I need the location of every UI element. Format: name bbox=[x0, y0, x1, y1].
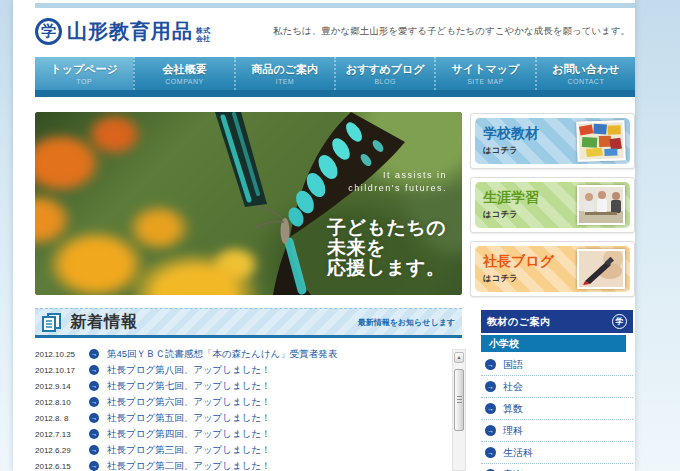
materials-menu: 教材のご案内 学 小学校 → 国語 → 社会 → 算数 → bbox=[481, 310, 633, 471]
news-item: 2012.10.25 → 第45回ＹＢＣ読書感想「本の森たんけん」受賞者発表 bbox=[35, 346, 447, 362]
circle-arrow-icon: → bbox=[89, 429, 99, 439]
news-link[interactable]: 社長ブログ第五回、アップしました！ bbox=[107, 412, 271, 425]
news-link[interactable]: 社長ブログ第三回、アップしました！ bbox=[107, 444, 271, 457]
menu-item-label: 国語 bbox=[503, 358, 523, 372]
circle-arrow-icon: → bbox=[89, 365, 99, 375]
news-link[interactable]: 第45回ＹＢＣ読書感想「本の森たんけん」受賞者発表 bbox=[107, 348, 337, 361]
banner-title: 生涯学習 bbox=[483, 189, 539, 207]
school-materials-photo bbox=[576, 120, 625, 162]
news-link[interactable]: 社長ブログ第二回、アップしました！ bbox=[107, 460, 271, 471]
nav-sublabel: ITEM bbox=[275, 78, 294, 85]
nav-label: トップページ bbox=[51, 62, 118, 77]
menu-item-social-studies[interactable]: → 社会 bbox=[481, 376, 633, 398]
news-list: 2012.10.25 → 第45回ＹＢＣ読書感想「本の森たんけん」受賞者発表 2… bbox=[35, 346, 447, 471]
banner-title: 社長ブログ bbox=[483, 253, 554, 271]
news-item: 2012.8.10 → 社長ブログ第六回、アップしました！ bbox=[35, 394, 447, 410]
subject-list: → 国語 → 社会 → 算数 → 理科 → 生活科 bbox=[481, 354, 633, 471]
nav-label: サイトマップ bbox=[452, 62, 520, 77]
menu-item-math[interactable]: → 算数 bbox=[481, 398, 633, 420]
nav-label: 会社概要 bbox=[162, 62, 206, 77]
hero-caption-jp: 子どもたちの 未来を 応援します。 bbox=[327, 218, 446, 278]
circle-arrow-icon: → bbox=[89, 397, 99, 407]
nav-item-contact[interactable]: お問い合わせ CONTACT bbox=[535, 57, 635, 90]
news-date: 2012.10.25 bbox=[35, 350, 89, 359]
banner-school-materials-body: 学校教材 はコチラ bbox=[475, 118, 630, 164]
menu-item-life-studies[interactable]: → 生活科 bbox=[481, 442, 633, 464]
page: 学 山形教育用品 株式 会社 私たちは、豊かな郷土山形を愛する子どもたちのすこや… bbox=[0, 0, 680, 471]
nav-item-blog[interactable]: おすすめブログ BLOG bbox=[334, 57, 434, 90]
nav-item-company[interactable]: 会社概要 COMPANY bbox=[133, 57, 233, 90]
news-date: 2012.8. 8 bbox=[35, 414, 89, 423]
banner-sublabel: はコチラ bbox=[483, 209, 518, 221]
news-scrollbar[interactable]: ▲ bbox=[452, 349, 466, 471]
news-latest-link[interactable]: 最新情報をお知らせします bbox=[358, 317, 455, 328]
menu-item-label: 算数 bbox=[503, 402, 523, 416]
circle-arrow-icon: → bbox=[485, 447, 496, 458]
news-date: 2012.7.13 bbox=[35, 430, 89, 439]
nav-sublabel: COMPANY bbox=[165, 78, 203, 85]
menu-logo-icon: 学 bbox=[612, 314, 627, 329]
circle-arrow-icon: → bbox=[89, 349, 99, 359]
menu-item-music[interactable]: → 音楽 bbox=[481, 464, 633, 471]
news-link[interactable]: 社長ブログ第八回、アップしました！ bbox=[107, 364, 271, 377]
hero-caption-jp-line1: 子どもたちの bbox=[327, 218, 446, 238]
side-banners: 学校教材 はコチラ bbox=[470, 113, 635, 297]
nav-label: おすすめブログ bbox=[346, 62, 425, 77]
president-blog-photo bbox=[577, 249, 625, 289]
circle-arrow-icon: → bbox=[485, 425, 496, 436]
menu-item-japanese[interactable]: → 国語 bbox=[481, 354, 633, 376]
banner-president-blog[interactable]: 社長ブログ はコチラ bbox=[470, 241, 635, 297]
news-link[interactable]: 社長ブログ第四回、アップしました！ bbox=[107, 428, 271, 441]
nav-sublabel: BLOG bbox=[374, 78, 395, 85]
hero-image: It assists in children's futures. 子どもたちの… bbox=[35, 112, 462, 295]
banner-president-blog-body: 社長ブログ はコチラ bbox=[475, 246, 630, 292]
main-nav: トップページ TOP 会社概要 COMPANY 商品のご案内 ITEM おすすめ… bbox=[35, 57, 635, 97]
nav-sublabel: SITE MAP bbox=[467, 78, 504, 85]
news-date: 2012.10.17 bbox=[35, 366, 89, 375]
scroll-up-button[interactable]: ▲ bbox=[454, 352, 464, 363]
company-name: 山形教育用品 bbox=[67, 18, 193, 45]
top-accent-bar bbox=[35, 3, 635, 8]
hero-caption-en: It assists in children's futures. bbox=[348, 169, 447, 195]
materials-menu-title: 教材のご案内 bbox=[487, 315, 550, 329]
hero-caption-jp-line2: 未来を bbox=[327, 238, 446, 258]
scroll-thumb[interactable] bbox=[454, 369, 464, 431]
news-link[interactable]: 社長ブログ第六回、アップしました！ bbox=[107, 396, 271, 409]
company-suffix: 株式 会社 bbox=[196, 19, 210, 43]
nav-item-top[interactable]: トップページ TOP bbox=[35, 57, 133, 90]
site-header: 学 山形教育用品 株式 会社 私たちは、豊かな郷土山形を愛する子どもたちのすこや… bbox=[35, 9, 635, 53]
company-logo-icon: 学 bbox=[35, 18, 62, 45]
news-link[interactable]: 社長ブログ第七回、アップしました！ bbox=[107, 380, 271, 393]
news-item: 2012.6.15 → 社長ブログ第二回、アップしました！ bbox=[35, 458, 447, 471]
nav-item-item[interactable]: 商品のご案内 ITEM bbox=[234, 57, 334, 90]
company-suffix-top: 株式 bbox=[196, 27, 210, 35]
circle-arrow-icon: → bbox=[485, 359, 496, 370]
hero-caption-en-line2: children's futures. bbox=[348, 182, 447, 195]
news-item: 2012.7.13 → 社長ブログ第四回、アップしました！ bbox=[35, 426, 447, 442]
banner-sublabel: はコチラ bbox=[483, 145, 518, 157]
circle-arrow-icon: → bbox=[485, 403, 496, 414]
banner-lifelong-learning-body: 生涯学習 はコチラ bbox=[475, 182, 630, 228]
nav-label: 商品のご案内 bbox=[252, 62, 319, 77]
site-wrapper: 学 山形教育用品 株式 会社 私たちは、豊かな郷土山形を愛する子どもたちのすこや… bbox=[13, 0, 635, 471]
company-suffix-bottom: 会社 bbox=[196, 35, 210, 43]
circle-arrow-icon: → bbox=[89, 381, 99, 391]
menu-item-label: 音楽 bbox=[503, 468, 523, 471]
menu-item-science[interactable]: → 理科 bbox=[481, 420, 633, 442]
news-item: 2012.8. 8 → 社長ブログ第五回、アップしました！ bbox=[35, 410, 447, 426]
banner-lifelong-learning[interactable]: 生涯学習 はコチラ bbox=[470, 177, 635, 233]
circle-arrow-icon: → bbox=[485, 381, 496, 392]
nav-label: お問い合わせ bbox=[552, 62, 619, 77]
news-date: 2012.8.10 bbox=[35, 398, 89, 407]
lifelong-learning-photo bbox=[577, 185, 625, 225]
news-date: 2012.6.15 bbox=[35, 462, 89, 471]
news-date: 2012.6.29 bbox=[35, 446, 89, 455]
menu-item-label: 理科 bbox=[503, 424, 523, 438]
banner-school-materials[interactable]: 学校教材 はコチラ bbox=[470, 113, 635, 169]
news-item: 2012.9.14 → 社長ブログ第七回、アップしました！ bbox=[35, 378, 447, 394]
news-date: 2012.9.14 bbox=[35, 382, 89, 391]
company-logo[interactable]: 学 山形教育用品 株式 会社 bbox=[35, 18, 210, 45]
materials-menu-header: 教材のご案内 学 bbox=[481, 310, 633, 333]
news-item: 2012.10.17 → 社長ブログ第八回、アップしました！ bbox=[35, 362, 447, 378]
nav-item-sitemap[interactable]: サイトマップ SITE MAP bbox=[434, 57, 534, 90]
